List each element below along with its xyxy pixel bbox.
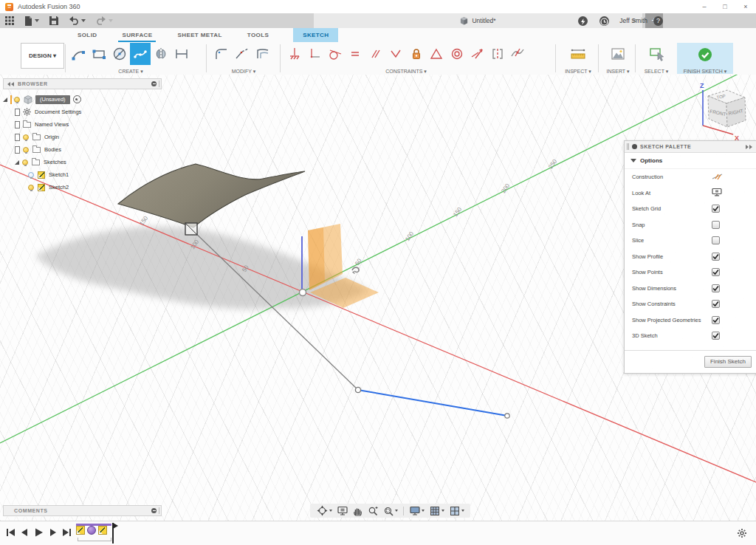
drag-grip-icon[interactable] (627, 143, 628, 150)
expand-closed-icon[interactable] (16, 134, 19, 140)
palette-row-snap[interactable]: Snap (625, 217, 756, 233)
file-menu-icon[interactable] (24, 16, 39, 26)
browser-item-document-settings[interactable]: Document Settings (15, 106, 162, 118)
play-button[interactable] (34, 527, 44, 538)
sketch-grid-checkbox-checked[interactable] (712, 205, 720, 213)
insert-canvas-icon[interactable] (608, 43, 628, 65)
midpoint-constraint-icon[interactable] (427, 43, 447, 65)
skip-to-start-button[interactable] (6, 527, 16, 538)
pan-tool-icon[interactable] (353, 506, 362, 516)
browser-item-root[interactable]: (Unsaved) (3, 93, 162, 106)
expand-open-icon[interactable] (3, 97, 7, 102)
sketch-point-start[interactable] (355, 387, 360, 392)
step-back-button[interactable] (20, 527, 30, 538)
fit-view-icon[interactable] (383, 506, 398, 516)
notifications-clock-icon[interactable] (599, 16, 609, 26)
curvature-constraint-icon[interactable] (508, 43, 529, 65)
browser-item-origin[interactable]: Origin (15, 131, 162, 143)
show-constraints-checkbox-checked[interactable] (712, 300, 720, 308)
timeline-form-feature-icon[interactable] (87, 526, 96, 535)
zoom-tool-icon[interactable] (368, 506, 378, 516)
timeline-settings-gear-icon[interactable] (737, 528, 747, 538)
palette-row-3d-sketch[interactable]: 3D Sketch (625, 328, 756, 344)
create-group-label[interactable]: CREATE ▾ (68, 69, 193, 75)
vertical-horizontal-constraint-icon[interactable] (305, 43, 326, 65)
browser-item-named-views[interactable]: Named Views (15, 118, 162, 131)
offset-tool-icon[interactable] (252, 43, 273, 65)
step-forward-button[interactable] (48, 527, 58, 538)
line-tool-icon[interactable] (68, 43, 89, 65)
root-document-label[interactable]: (Unsaved) (35, 95, 70, 104)
palette-row-show-projected-geometries[interactable]: Show Projected Geometries (625, 312, 756, 329)
show-projected-geometries-checkbox-checked[interactable] (712, 316, 720, 324)
show-points-checkbox-checked[interactable] (712, 268, 720, 276)
timeline-sketch-feature-icon[interactable] (98, 526, 107, 535)
symmetry-constraint-icon[interactable] (487, 43, 508, 65)
palette-row-sketch-grid[interactable]: Sketch Grid (625, 201, 756, 217)
timeline-position-marker[interactable] (112, 523, 114, 544)
rectangle-tool-icon[interactable] (89, 43, 109, 65)
slice-checkbox-unchecked[interactable] (712, 236, 720, 244)
expand-closed-icon[interactable] (16, 122, 19, 128)
constraints-group-label[interactable]: CONSTRAINTS ▾ (284, 69, 528, 75)
grid-settings-icon[interactable] (430, 506, 444, 516)
visibility-bulb-icon[interactable] (23, 147, 29, 153)
fillet-tool-icon[interactable] (211, 43, 232, 65)
show-dimensions-checkbox-checked[interactable] (712, 284, 720, 292)
collinear-constraint-icon[interactable] (467, 43, 488, 65)
snap-checkbox-unchecked[interactable] (712, 221, 720, 229)
coincident-constraint-icon[interactable] (284, 43, 305, 65)
display-settings-icon[interactable] (410, 506, 425, 515)
workspace-selector-button[interactable]: DESIGN ▾ (21, 43, 64, 69)
minimize-button[interactable]: – (694, 3, 715, 10)
activate-component-radio[interactable] (73, 95, 81, 103)
modify-group-label[interactable]: MODIFY ▾ (211, 69, 276, 75)
finish-sketch-palette-button[interactable]: Finish Sketch (704, 356, 752, 368)
viewports-icon[interactable] (450, 506, 464, 516)
sketch-line-blue[interactable] (358, 390, 507, 416)
close-button[interactable]: × (735, 3, 756, 10)
options-section-header[interactable]: Options (625, 153, 756, 169)
palette-row-slice[interactable]: Slice (625, 233, 756, 249)
look-at-tool-icon[interactable] (337, 506, 348, 515)
viewport-canvas[interactable]: 150 100 50 50 100 150 200 250 (0, 75, 756, 521)
sketch-palette-header[interactable]: SKETCH PALETTE (625, 141, 756, 153)
browser-item-sketches[interactable]: Sketches (15, 156, 162, 168)
job-status-icon[interactable] (578, 16, 588, 26)
palette-row-look-at[interactable]: Look At (625, 185, 756, 202)
browser-item-sketch2[interactable]: Sketch2 (28, 181, 162, 193)
save-icon[interactable] (49, 16, 58, 25)
equal-constraint-icon[interactable] (346, 43, 366, 65)
browser-item-sketch1[interactable]: Sketch1 (28, 168, 162, 181)
perpendicular-constraint-icon[interactable] (386, 43, 407, 65)
tab-sheet-metal[interactable]: SHEET METAL (168, 28, 231, 42)
select-tool-icon[interactable] (646, 43, 667, 65)
browser-header[interactable]: BROWSER (3, 78, 162, 89)
palette-row-show-constraints[interactable]: Show Constraints (625, 296, 756, 312)
browser-item-bodies[interactable]: Bodies (15, 143, 162, 156)
visibility-bulb-icon[interactable] (23, 134, 29, 140)
visibility-bulb-off-icon[interactable] (28, 172, 34, 178)
redo-icon[interactable] (96, 16, 113, 25)
circle-tool-icon[interactable] (109, 43, 130, 65)
construction-icon[interactable] (712, 172, 723, 182)
expand-closed-icon[interactable] (16, 147, 19, 153)
insert-group-label[interactable]: INSERT ▾ (601, 69, 635, 75)
concentric-constraint-icon[interactable] (447, 43, 467, 65)
visibility-bulb-icon[interactable] (14, 97, 20, 103)
user-name[interactable]: Jeff Smith (619, 17, 647, 24)
trim-tool-icon[interactable] (232, 43, 252, 65)
sketch-point-end[interactable] (505, 414, 509, 418)
dimension-tool-icon[interactable] (171, 43, 192, 65)
measure-tool-icon[interactable] (568, 43, 588, 65)
tab-surface[interactable]: SURFACE (112, 28, 162, 42)
skip-to-end-button[interactable] (62, 527, 72, 538)
panel-options-icon[interactable] (151, 81, 157, 86)
expand-panel-icon[interactable] (745, 145, 752, 149)
origin-point[interactable] (300, 289, 306, 296)
inspect-group-label[interactable]: INSPECT ▾ (560, 69, 597, 75)
show-profile-checkbox-checked[interactable] (712, 253, 720, 261)
fix-lock-constraint-icon[interactable] (406, 43, 427, 65)
maximize-button[interactable]: □ (715, 3, 735, 10)
tab-tools[interactable]: TOOLS (238, 28, 278, 42)
